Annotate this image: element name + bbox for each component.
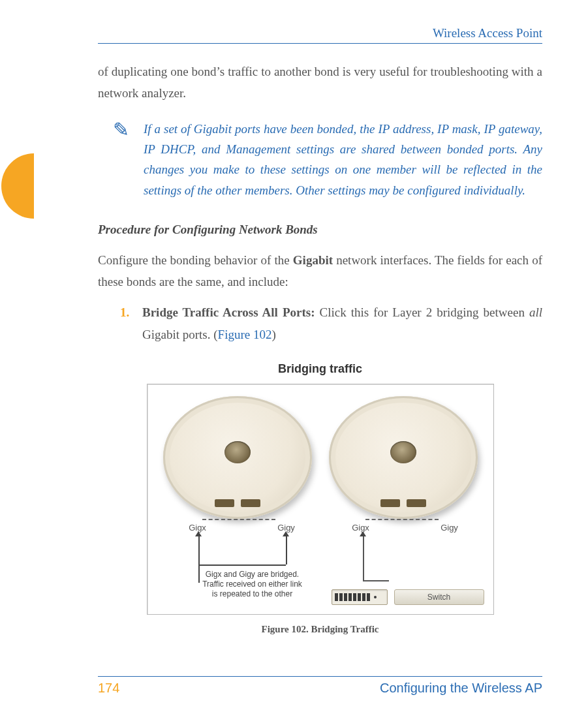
intro-paragraph: of duplicating one bond’s traffic to ano… — [98, 61, 542, 104]
proc-intro-bold: Gigabit — [293, 253, 333, 267]
step-italic: all — [529, 305, 542, 319]
port-label-4: Gigy — [433, 523, 466, 533]
thumb-tab — [0, 153, 34, 219]
procedure-intro: Configure the bonding behavior of the Gi… — [98, 249, 542, 293]
step-text-close: ) — [271, 328, 275, 341]
note-pencil-icon: ✎ — [98, 119, 144, 200]
figure-link[interactable]: Figure 102 — [218, 328, 272, 341]
section-heading: Procedure for Configuring Network Bonds — [98, 223, 542, 237]
bridging-diagram: Gigx Gigy Gigx Gigy Gigx and Gigy are br… — [147, 384, 494, 615]
switch-label: Switch — [394, 589, 484, 605]
ap-device-right — [329, 396, 478, 519]
figure-title: Bridging traffic — [98, 362, 542, 376]
footer-section: Configuring the Wireless AP — [380, 681, 542, 696]
running-header: Wireless Access Point — [98, 26, 542, 44]
page-number: 174 — [98, 681, 119, 696]
ap-device-left — [163, 396, 312, 519]
proc-intro-pre: Configure the bonding behavior of the — [98, 253, 293, 267]
step-bold: Bridge Traffic Across All Ports: — [142, 305, 320, 319]
page-footer: 174 Configuring the Wireless AP — [98, 676, 542, 696]
step-1: 1. Bridge Traffic Across All Ports: Clic… — [120, 302, 542, 345]
callout-line-1: Gigx and Gigy are bridged. — [206, 570, 299, 579]
step-number: 1. — [120, 302, 129, 323]
note-block: ✎ If a set of Gigabit ports have been bo… — [98, 119, 542, 200]
figure-caption: Figure 102. Bridging Traffic — [98, 624, 542, 635]
switch-row: Switch — [332, 589, 484, 605]
step-text-b: Gigabit ports. ( — [142, 328, 218, 341]
step-text-a: Click this for Layer 2 bridging between — [320, 305, 529, 319]
callout-line-3: is repeated to the other — [212, 589, 292, 598]
switch-panel-icon — [332, 589, 388, 605]
callout-line-2: Traffic received on either link — [202, 580, 302, 589]
diagram-callout: Gigx and Gigy are bridged. Traffic recei… — [187, 570, 318, 599]
note-text: If a set of Gigabit ports have been bond… — [144, 119, 542, 200]
